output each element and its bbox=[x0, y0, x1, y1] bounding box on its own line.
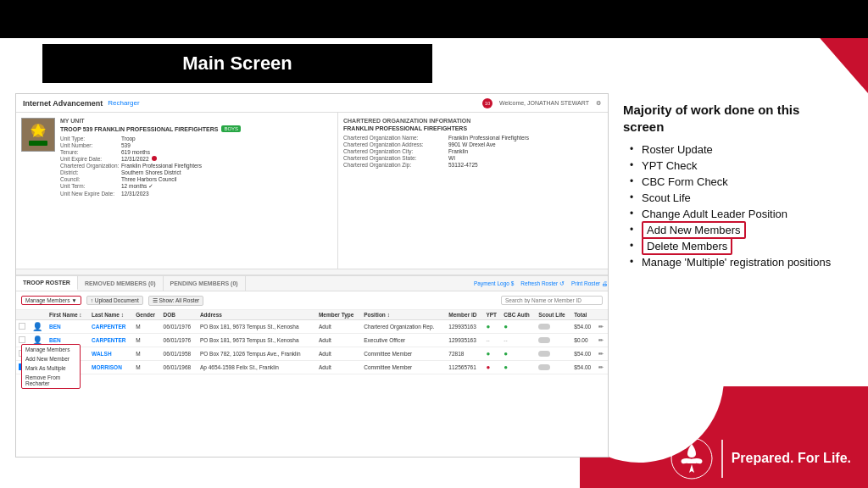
roster-links: Payment Logo $ Refresh Roster ↺ Print Ro… bbox=[474, 280, 608, 287]
recharger-link[interactable]: Recharger bbox=[108, 99, 139, 107]
total: $54.00 bbox=[571, 320, 596, 334]
col-last-name[interactable]: Last Name ↕ bbox=[89, 310, 133, 320]
first-name[interactable]: BEN bbox=[49, 337, 61, 343]
position: Committee Member bbox=[361, 361, 446, 374]
bullet-scout-life: Scout Life bbox=[630, 190, 839, 206]
svg-rect-5 bbox=[687, 462, 696, 463]
chartered-section-label: CHARTERED ORGANIZATION INFORMATION bbox=[343, 118, 603, 124]
unit-name: TROOP 539 FRANKLIN PROFESSIONAL FIREFIGH… bbox=[60, 126, 218, 132]
show-all-roster-button[interactable]: ☰ Show: All Roster bbox=[148, 296, 204, 306]
col-cbc-auth: CBC Auth bbox=[501, 310, 536, 320]
col-address: Address bbox=[198, 310, 316, 320]
edit-icon[interactable]: ✏ bbox=[598, 337, 604, 343]
bullet-ypt-check: YPT Check bbox=[630, 158, 839, 174]
context-add-new-member[interactable]: Add New Member bbox=[22, 354, 80, 363]
col-avatar bbox=[30, 310, 47, 320]
roster-tabs: TROOP ROSTER REMOVED MEMBERS (0) PENDING… bbox=[16, 276, 608, 291]
svg-rect-3 bbox=[29, 141, 47, 146]
edit-icon[interactable]: ✏ bbox=[598, 351, 604, 357]
row-checkbox[interactable] bbox=[19, 336, 25, 343]
top-bar: Main Screen bbox=[0, 0, 868, 38]
cbc-status: ● bbox=[504, 350, 508, 358]
col-edit bbox=[596, 310, 608, 320]
refresh-roster-link[interactable]: Refresh Roster ↺ bbox=[520, 280, 565, 287]
tagline: Prepared. For Life. bbox=[732, 451, 851, 466]
col-first-name[interactable]: First Name ↕ bbox=[47, 310, 89, 320]
position: Committee Member bbox=[361, 347, 446, 361]
manage-members-button[interactable]: Manage Members ▼ bbox=[21, 296, 81, 305]
dob: 06/01/1976 bbox=[161, 334, 198, 347]
scout-life-toggle[interactable] bbox=[538, 324, 550, 330]
unit-header: MY UNIT TROOP 539 FRANKLIN PROFESSIONAL … bbox=[21, 118, 332, 197]
dob: 06/01/1968 bbox=[161, 361, 198, 374]
ypt-status: ● bbox=[486, 350, 490, 358]
member-id: 72818 bbox=[446, 347, 483, 361]
gender: M bbox=[133, 334, 160, 347]
bottom-right-content: Prepared. For Life. bbox=[670, 437, 851, 480]
col-position[interactable]: Position ↕ bbox=[361, 310, 446, 320]
roster-section: TROOP ROSTER REMOVED MEMBERS (0) PENDING… bbox=[16, 274, 608, 457]
ia-header-left: Internet Advancement Recharger bbox=[23, 99, 140, 108]
bsa-logo bbox=[670, 437, 713, 480]
search-input[interactable] bbox=[501, 296, 603, 305]
chartered-org-name: FRANKLIN PROFESSIONAL FIREFIGHTERS bbox=[343, 125, 603, 131]
scout-life-toggle[interactable] bbox=[538, 364, 550, 370]
bullet-change-adult-leader: Change Adult Leader Position bbox=[630, 206, 839, 222]
first-name[interactable]: BEN bbox=[49, 324, 61, 330]
roster-actions: Manage Members ▼ ↑ Upload Document ☰ Sho… bbox=[16, 291, 608, 310]
settings-icon[interactable]: ⚙ bbox=[596, 100, 601, 107]
edit-icon[interactable]: ✏ bbox=[598, 324, 604, 330]
col-dob: DOB bbox=[161, 310, 198, 320]
logo-divider bbox=[721, 440, 723, 478]
last-name[interactable]: WALSH bbox=[92, 351, 111, 357]
screenshot-container: Internet Advancement Recharger 10 Welcom… bbox=[15, 93, 609, 458]
notification-badge[interactable]: 10 bbox=[482, 98, 492, 108]
payment-logo-link[interactable]: Payment Logo $ bbox=[474, 280, 514, 286]
bullet-list: Roster Update YPT Check CBC Form Check S… bbox=[630, 141, 839, 270]
upload-document-button[interactable]: ↑ Upload Document bbox=[86, 296, 143, 305]
table-row: 👤 BOB WALSH M 06/01/1958 PO Box 782, 102… bbox=[16, 347, 608, 361]
col-checkbox bbox=[16, 310, 30, 320]
member-type: Adult bbox=[316, 320, 361, 334]
table-row: 👤 BEN CARPENTER M 06/01/1976 PO Box 181,… bbox=[16, 320, 608, 334]
cbc-status: -- bbox=[504, 337, 507, 343]
avatar: 👤 bbox=[32, 322, 42, 331]
scout-life-toggle[interactable] bbox=[538, 337, 550, 343]
bullet-manage-multiple: Manage 'Multiple' registration positions bbox=[630, 254, 839, 270]
col-member-type: Member Type bbox=[316, 310, 361, 320]
my-unit-panel: MY UNIT TROOP 539 FRANKLIN PROFESSIONAL … bbox=[16, 113, 338, 269]
last-name[interactable]: CARPENTER bbox=[92, 337, 125, 343]
tab-removed-members[interactable]: REMOVED MEMBERS (0) bbox=[78, 276, 164, 291]
gender: M bbox=[133, 320, 160, 334]
member-id: 129935163 bbox=[446, 320, 483, 334]
roster-table: First Name ↕ Last Name ↕ Gender DOB Addr… bbox=[16, 310, 608, 374]
member-id: 129935163 bbox=[446, 334, 483, 347]
dob: 06/01/1958 bbox=[161, 347, 198, 361]
ia-header-right: 10 Welcome, JONATHAN STEWART ⚙ bbox=[482, 98, 601, 108]
scout-life-toggle[interactable] bbox=[538, 351, 550, 357]
col-total: Total bbox=[571, 310, 596, 320]
tab-pending-members[interactable]: PENDING MEMBERS (0) bbox=[164, 276, 246, 291]
print-roster-link[interactable]: Print Roster 🖨 bbox=[571, 280, 608, 286]
bullet-add-new-members: Add New Members bbox=[630, 222, 839, 238]
context-remove-from-recharter[interactable]: Remove From Recharter bbox=[22, 373, 80, 388]
my-unit-label: MY UNIT bbox=[60, 118, 332, 124]
col-member-id: Member ID bbox=[446, 310, 483, 320]
member-type: Adult bbox=[316, 334, 361, 347]
edit-icon[interactable]: ✏ bbox=[598, 364, 604, 370]
page-title: Main Screen bbox=[59, 53, 415, 75]
last-name[interactable]: MORRISON bbox=[92, 364, 122, 370]
dob: 06/01/1976 bbox=[161, 320, 198, 334]
position: Executive Officer bbox=[361, 334, 446, 347]
table-row: 👤 BEN CARPENTER M 06/01/1976 PO Box 181,… bbox=[16, 334, 608, 347]
member-type: Adult bbox=[316, 361, 361, 374]
tab-troop-roster[interactable]: TROOP ROSTER bbox=[16, 276, 78, 291]
gender: M bbox=[133, 361, 160, 374]
last-name[interactable]: CARPENTER bbox=[92, 324, 125, 330]
user-label: Welcome, JONATHAN STEWART bbox=[499, 100, 589, 106]
app-name: Internet Advancement bbox=[23, 99, 103, 108]
context-mark-as-multiple[interactable]: Mark As Multiple bbox=[22, 363, 80, 373]
total: $54.00 bbox=[571, 361, 596, 374]
row-checkbox[interactable] bbox=[19, 323, 25, 330]
context-manage-members[interactable]: Manage Members bbox=[22, 345, 80, 354]
